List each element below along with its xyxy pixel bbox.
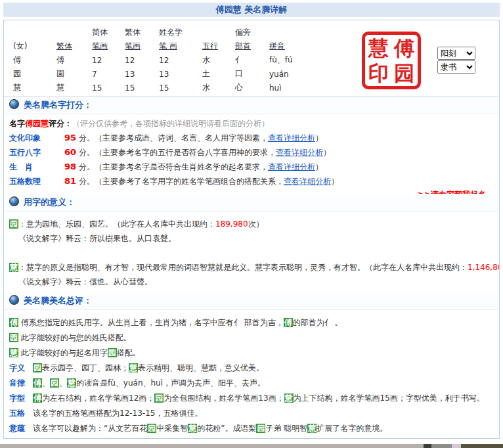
strip-segment <box>0 444 424 448</box>
meaning-yuan: 园：意为园地、乐园、园艺。（此字在人名库中共出现约：189,980次） <box>9 217 494 231</box>
taskbar-strip <box>0 444 503 448</box>
culture-detail-link[interactable]: 查看详细分析 <box>268 133 315 143</box>
text-segment: 子弟 聪明智 <box>265 424 307 433</box>
shuowen-yuan: 《说文解字》释云：所以樹果也。从口袁聲。 <box>9 231 494 246</box>
text-segment: 该名字可以趣解为：“从文艺百花 <box>33 424 147 433</box>
text-segment: 次） <box>248 219 264 229</box>
name-char: 慧 <box>11 81 54 95</box>
meaning-hui: 慧：慧字的原义是指聪明、有才智，现代最常用的词语智慧就是此义。慧字表示聪明，灵秀… <box>9 260 494 275</box>
expert-naming-link[interactable]: >>请专家帮我起名 <box>418 190 486 194</box>
review-ziyi: 字义园表示园亭、园丁、园林；慧表示精明、聪明、慧黠，意义优美。 <box>9 361 494 376</box>
seal-char: 慧 <box>368 37 389 59</box>
text-segment: 搭配。 <box>117 348 141 357</box>
strip-segment <box>461 444 503 448</box>
text-segment: 扩展了名字的意境。 <box>317 424 387 433</box>
text-segment: 为左右结构，姓名学笔画12画； <box>42 393 154 403</box>
text-segment: 慧 <box>129 363 138 372</box>
meaning-section-heading: 用字的意义： <box>4 194 499 212</box>
name-seal: 慧 傅 印 园 <box>362 32 421 89</box>
text-segment: 该名字的五格笔画搭配为12-13-15，五格俱佳。 <box>33 409 202 418</box>
name-char: 傅 <box>11 53 54 67</box>
text-segment: 慧 <box>284 393 294 403</box>
seal-carve-style-select[interactable]: 阳刻 <box>437 47 475 60</box>
text-segment: 表示园亭、园丁、园林； <box>42 363 129 372</box>
text-segment: 评分： <box>49 119 72 128</box>
strip-segment <box>431 444 452 448</box>
text-segment: 音律 <box>9 378 25 388</box>
name-table: 简体 繁体 姓名学 偏旁 (女) 繁体 笔画 笔画 笔 画 五行 部首 拼音 傅… <box>11 26 315 95</box>
text-segment: 五格数理 <box>9 175 64 189</box>
text-segment: 傅园慧 <box>25 119 49 128</box>
seal-char: 傅 <box>394 37 414 59</box>
text-segment: 的读音是fù、yuán、huì，声调为去声、阳平、去声。 <box>76 378 265 388</box>
zodiac-detail-link[interactable]: 查看详细分析 <box>268 162 315 171</box>
name-char: 园 <box>11 67 54 81</box>
review-wuge: 五格该名字的五格笔画搭配为12-13-15，五格俱佳。 <box>9 406 494 421</box>
text-segment: 园 <box>108 348 117 357</box>
text-segment: 此字能较好的与您的姓氏搭配。 <box>18 333 131 342</box>
text-segment: （评分仅供参考，各项指标的详细说明请看后面的分析） <box>72 119 269 128</box>
text-segment: 、 <box>42 378 50 388</box>
wuge-detail-link[interactable]: 查看详细分析 <box>284 177 331 186</box>
text-segment: 分。 <box>76 148 95 157</box>
text-segment: 意蕴 <box>9 424 25 433</box>
text-segment: ） <box>331 177 339 186</box>
text-segment: 慧 <box>188 424 197 433</box>
score-row-wuxing: 五行八字60 分。（主要参考名字的五行是否符合八字喜用神的要求，查看详细分析） <box>9 145 494 160</box>
text-segment: ：慧字的原义是指聪明、有才智，现代最常用的词语智慧就是此义。慧字表示聪明，灵秀，… <box>18 263 468 272</box>
text-segment: 《说文解字》释云：所以樹果也。从口袁聲。 <box>18 234 176 243</box>
table-row: 慧 慧 15 15 15 水 心 huì <box>11 81 315 95</box>
text-segment: 此字能较好的与起名用字 <box>18 348 108 357</box>
wuxing-detail-link[interactable]: 查看详细分析 <box>276 148 323 157</box>
text-segment: ） <box>315 162 323 171</box>
text-segment: 字义 <box>9 363 25 372</box>
seal-font-style-select[interactable]: 隶书 <box>437 60 475 74</box>
text-segment: 98 <box>64 162 76 171</box>
text-segment: （主要参考名字的五行是否符合八字喜用神的要求， <box>95 148 276 157</box>
score-intro: 名字傅园慧评分：（评分仅供参考，各项指标的详细说明请看后面的分析） <box>9 117 494 131</box>
review-zixing: 字型傅为左右结构，姓名学笔画12画；园为全包围结构，姓名学笔画13画；慧为上下结… <box>9 391 494 406</box>
section-meaning: 用字的意义： 园：意为园地、乐园、园艺。（此字在人名库中共出现约：189,980… <box>4 194 499 292</box>
text-segment: 文化印象 <box>9 131 64 145</box>
globe-icon <box>9 295 19 305</box>
text-segment: 慧 <box>67 378 76 388</box>
text-segment: 慧 <box>9 263 18 272</box>
seal-char: 印 <box>368 62 389 84</box>
text-segment: 园 <box>9 219 18 229</box>
text-segment: 《说文解字》释云：儇也。从心彗聲。 <box>18 277 152 286</box>
text-segment: 名字 <box>9 119 25 128</box>
text-segment: 傅 <box>9 318 18 327</box>
section-score: 美名腾名字打分： 名字傅园慧评分：（评分仅供参考，各项指标的详细说明请看后面的分… <box>4 97 499 194</box>
strip-segment <box>424 444 431 448</box>
text-segment: 园 <box>147 424 156 433</box>
text-segment: 的花粉”。成语梨 <box>197 424 256 433</box>
smart-naming-tool-link[interactable]: >>智能起名字工具 <box>418 437 486 439</box>
score-row-zodiac: 生 肖98 分。（主要参考名字是否符合生肖姓名学的起名要求，查看详细分析） <box>9 160 494 174</box>
text-segment: 园 <box>9 333 18 342</box>
seal-char: 园 <box>394 62 414 84</box>
strip-segment <box>452 444 461 448</box>
text-segment: 傅 <box>284 318 293 327</box>
review-section-heading: 美名腾美名总评： <box>4 292 499 310</box>
text-segment: 、 <box>59 378 67 388</box>
text-segment: 五行八字 <box>9 146 64 160</box>
table-row: 园 園 7 13 13 土 口 yuán <box>11 67 315 81</box>
text-segment: ） <box>315 133 323 143</box>
text-segment: 傅 <box>33 393 42 403</box>
text-segment: 分。 <box>76 133 95 143</box>
review-yinlv: 音律傅、园、慧的读音是fù、yuán、huì，声调为去声、阳平、去声。 <box>9 376 494 391</box>
text-segment: 60 <box>64 147 76 157</box>
table-header-bottom: (女) 繁体 笔画 笔画 笔 画 五行 部首 拼音 <box>11 39 315 53</box>
main-content: 简体 繁体 姓名学 偏旁 (女) 繁体 笔画 笔画 笔 画 五行 部首 拼音 傅… <box>3 20 500 439</box>
text-segment: 189,980 <box>215 219 248 229</box>
text-segment: 五格 <box>9 409 25 418</box>
text-segment: 园 <box>256 424 265 433</box>
text-segment: 81 <box>64 176 76 186</box>
text-segment: 园 <box>33 363 42 372</box>
score-section-heading: 美名腾名字打分： <box>4 97 499 114</box>
text-segment: 分。 <box>76 162 95 171</box>
review-surname: 傅 傅系您指定的姓氏用字。从生肖上看，生肖为猪，名字中应有亻 部首为吉，傅的部首… <box>9 315 494 330</box>
text-segment: 1,146,800 <box>468 263 499 272</box>
text-segment: （主要参考了名字用字的姓名学笔画组合的搭配关系， <box>95 177 284 186</box>
text-segment: 园 <box>50 378 59 388</box>
